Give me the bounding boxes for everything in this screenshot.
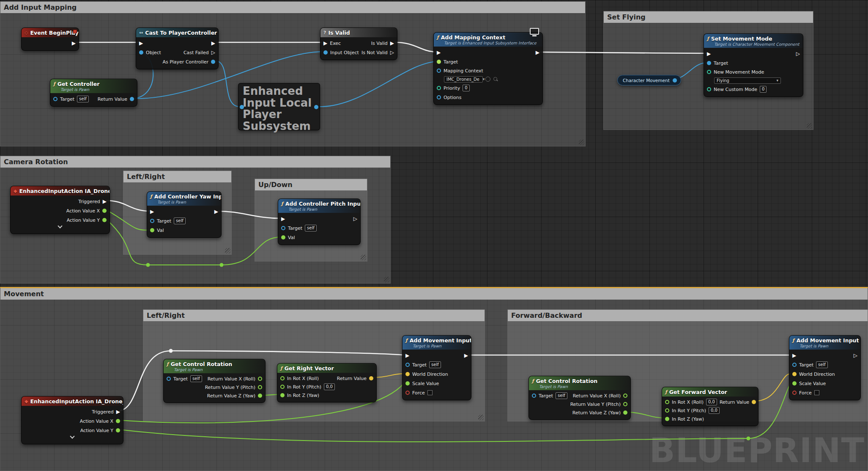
object-pin[interactable] <box>139 50 143 55</box>
node-header[interactable]: ƒ Add Controller Yaw Input Target is Paw… <box>147 192 221 206</box>
search-icon[interactable] <box>493 77 498 82</box>
target-value[interactable]: self <box>816 361 828 368</box>
return-z-pin[interactable] <box>258 394 262 398</box>
node-cast-to-playercontroller[interactable]: ↔ Cast To PlayerController ▶ ▶ Object Ca… <box>136 28 219 69</box>
exec-out-pin[interactable]: ▶ <box>72 41 76 46</box>
node-header[interactable]: ◆ EnhancedInputAction IA_Drone_Move <box>22 397 123 406</box>
action-value-x-pin[interactable] <box>102 209 107 213</box>
in-rot-y-value[interactable]: 0,0 <box>324 383 335 390</box>
comment-header[interactable]: Set Flying <box>604 11 813 23</box>
force-checkbox[interactable] <box>814 390 819 395</box>
in-rot-y-value[interactable]: 0,0 <box>709 407 720 414</box>
return-value-pin[interactable] <box>369 376 373 380</box>
force-checkbox[interactable] <box>427 390 433 395</box>
node-header[interactable]: ƒ Add Mapping Context Target is Enhanced… <box>434 33 542 47</box>
in-rot-y-pin[interactable] <box>665 408 669 413</box>
comment-header[interactable]: Movement <box>0 288 868 300</box>
exec-out-pin[interactable]: ▷ <box>796 51 800 56</box>
input-object-pin[interactable] <box>323 50 328 55</box>
character-movement-out-pin[interactable] <box>673 78 677 83</box>
priority-pin[interactable] <box>437 86 441 90</box>
return-x-pin[interactable] <box>623 394 627 398</box>
as-player-controller-pin[interactable] <box>211 60 215 64</box>
exec-in-pin[interactable]: ▶ <box>323 41 327 46</box>
triggered-pin[interactable]: ▶ <box>116 409 120 414</box>
exec-in-pin[interactable]: ▶ <box>139 41 143 46</box>
comment-header[interactable]: Up/Down <box>255 179 367 190</box>
node-header[interactable]: ƒ Get Control Rotation Target is Pawn <box>164 359 265 373</box>
comment-header[interactable]: Left/Right <box>123 171 231 182</box>
new-custom-mode-value[interactable]: 0 <box>760 86 767 93</box>
target-pin[interactable] <box>707 61 711 65</box>
exec-out-pin[interactable]: ▷ <box>353 216 357 221</box>
in-rot-x-pin[interactable] <box>280 376 285 380</box>
exec-in-pin[interactable]: ▶ <box>707 51 711 56</box>
target-pin[interactable] <box>437 60 441 64</box>
comment-header[interactable]: Camera Rotation <box>0 156 390 168</box>
node-header[interactable]: ƒ Get Forward Vector <box>662 387 758 397</box>
node-header[interactable]: ƒ Get Control Rotation Target is Pawn <box>529 376 630 390</box>
node-get-control-rotation-fb[interactable]: ƒ Get Control Rotation Target is Pawn Ta… <box>528 376 631 420</box>
triggered-pin[interactable]: ▶ <box>103 199 107 204</box>
resize-handle[interactable] <box>361 255 366 260</box>
exec-in-pin[interactable]: ▶ <box>405 353 409 358</box>
exec-out-pin[interactable]: ▶ <box>536 50 539 55</box>
new-custom-mode-pin[interactable] <box>707 87 711 91</box>
mapping-context-pin[interactable] <box>437 69 441 73</box>
exec-in-pin[interactable]: ▶ <box>792 353 796 358</box>
node-add-controller-yaw-input[interactable]: ƒ Add Controller Yaw Input Target is Paw… <box>147 191 222 238</box>
node-header[interactable]: ƒ Get Controller Target is Pawn <box>50 79 137 93</box>
node-header[interactable]: ↔ Cast To PlayerController <box>136 28 218 37</box>
new-movement-mode-pin[interactable] <box>707 70 711 74</box>
node-header[interactable]: ƒ Add Movement Input Target is Pawn <box>403 336 471 350</box>
exec-in-pin[interactable]: ▶ <box>437 50 441 55</box>
target-value[interactable]: self <box>429 361 441 368</box>
target-pin[interactable] <box>167 377 171 381</box>
val-pin[interactable] <box>281 235 285 240</box>
target-pin[interactable] <box>150 219 154 223</box>
exec-in-pin[interactable]: ▶ <box>150 209 154 214</box>
subsystem-out-pin[interactable] <box>314 105 318 109</box>
options-pin[interactable] <box>437 95 441 99</box>
target-pin[interactable] <box>792 363 797 367</box>
target-pin[interactable] <box>532 394 536 398</box>
node-is-valid[interactable]: ? Is Valid ▶ Exec Is Valid ▶ Input Objec… <box>320 28 397 60</box>
node-get-controller[interactable]: ƒ Get Controller Target is Pawn Target s… <box>50 79 137 107</box>
resize-handle[interactable] <box>384 277 389 282</box>
node-ia-drone-move[interactable]: ◆ EnhancedInputAction IA_Drone_Move Trig… <box>21 396 123 444</box>
player-controller-in-pin[interactable] <box>240 105 244 109</box>
node-header[interactable]: ◇ Event BeginPlay <box>22 28 79 37</box>
exec-out-pin[interactable]: ▷ <box>854 353 857 358</box>
node-get-character-movement[interactable]: Character Movement <box>617 75 681 85</box>
return-value-pin[interactable] <box>752 400 756 404</box>
force-pin[interactable] <box>405 391 410 395</box>
in-rot-x-value[interactable]: 0,0 <box>706 399 717 405</box>
resize-handle[interactable] <box>478 415 484 420</box>
resize-handle[interactable] <box>807 123 812 129</box>
comment-header[interactable]: Add Input Mapping <box>0 2 585 13</box>
target-value[interactable]: self <box>174 218 186 224</box>
blueprint-graph-canvas[interactable]: Add Input Mapping Set Flying Camera Rota… <box>0 0 868 471</box>
action-value-y-pin[interactable] <box>116 428 120 432</box>
resize-handle[interactable] <box>225 248 230 253</box>
comment-header[interactable]: Left/Right <box>143 310 485 321</box>
node-expander[interactable] <box>22 435 123 441</box>
in-rot-z-pin[interactable] <box>665 417 669 421</box>
priority-value[interactable]: 0 <box>463 85 469 91</box>
in-rot-x-pin[interactable] <box>665 400 669 404</box>
node-ia-drone-look[interactable]: ◆ EnhancedInputAction IA_Drone_Look Trig… <box>10 186 110 234</box>
node-header[interactable]: ƒ Add Controller Pitch Input Target is P… <box>278 199 360 213</box>
node-get-right-vector[interactable]: ƒ Get Right Vector In Rot X (Roll) Retur… <box>277 363 377 402</box>
node-add-controller-pitch-input[interactable]: ƒ Add Controller Pitch Input Target is P… <box>278 198 361 245</box>
return-x-pin[interactable] <box>258 377 262 381</box>
movement-mode-dropdown[interactable]: Flying ▾ <box>714 77 781 84</box>
use-selected-asset-icon[interactable] <box>485 77 490 82</box>
return-y-pin[interactable] <box>258 385 262 389</box>
node-add-mapping-context[interactable]: ƒ Add Mapping Context Target is Enhanced… <box>433 32 543 105</box>
val-pin[interactable] <box>150 228 154 232</box>
comment-header[interactable]: Forward/Backward <box>508 310 868 321</box>
target-pin[interactable] <box>405 363 410 367</box>
target-value[interactable]: self <box>556 392 567 399</box>
action-value-x-pin[interactable] <box>116 419 120 423</box>
node-enhanced-input-subsystem[interactable]: Enhanced Input Local Player Subsystem <box>238 83 320 130</box>
